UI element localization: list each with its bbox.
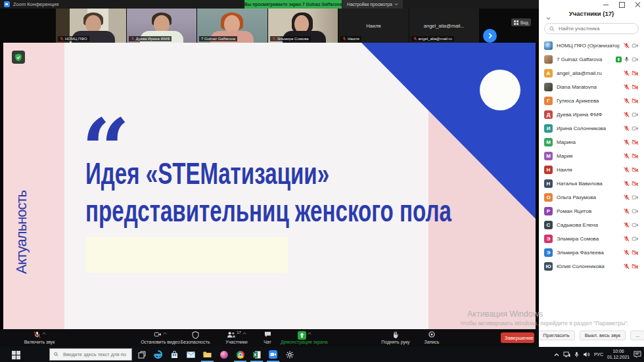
mail-icon [187,351,195,358]
video-tile[interactable]: angel_alia@mail...angel_alia@mail.ru [409,9,480,43]
taskbar-search[interactable] [49,348,132,361]
participant-name: Эльмира Фазлеева [557,250,620,256]
task-view-icon [138,351,146,359]
mute-all-button[interactable]: Выкл. весь звук [580,330,626,340]
language-indicator[interactable]: РУС [594,352,603,357]
zoom-toolbar: Завершение Включить звукОстановить видео… [0,329,539,347]
participant-row[interactable]: ГГулюса Арикеева [539,94,644,108]
participant-row[interactable]: ННаталья Вавилова [539,177,644,191]
video-tile[interactable]: НаиляНаиля [338,9,409,43]
participant-name: НОМЦ ПФО (Организатор, я) [557,43,620,49]
mic-muted-icon [624,263,630,269]
camera-off-icon [632,84,639,90]
participant-row[interactable]: ООльга Разумова [539,191,644,204]
view-settings-button[interactable]: Настройки просмотра [342,0,403,9]
minimize-icon[interactable] [603,2,609,7]
participant-search[interactable] [544,23,639,34]
participant-status-icons [624,84,639,90]
participant-name: Марина [557,139,620,145]
person-face [154,15,170,33]
slide-title-line2: представительниц женского пола [85,192,451,230]
taskbar-search-input[interactable] [62,351,127,358]
hardware-icon[interactable] [563,351,570,357]
video-tile[interactable]: Дуева Ирина ФМФ [127,9,197,43]
mic-muted-icon [624,167,630,173]
camera-icon [632,208,639,214]
taskbar-app-task-view[interactable] [133,347,150,362]
participants-title: Участники (17) [539,10,644,17]
participant-row[interactable]: ЭЭльмира Сомова [539,232,644,246]
camera-off-icon [632,139,639,145]
participant-row[interactable]: РРоман Яцитов [539,204,644,218]
tile-name-label: НОМЦ ПФО [58,36,89,41]
video-tile[interactable]: Эльмира Сомова [268,9,338,43]
participant-status-icons [624,153,639,159]
taskbar-app-settings[interactable] [281,347,298,362]
end-meeting-button[interactable]: Завершение [501,332,534,343]
shared-screen-stage: Актуальность “ Идея «STEMатизации» предс… [0,43,539,329]
camera-off-icon [632,98,639,104]
participant-status-icons [624,208,639,214]
taskbar-app-store[interactable] [166,347,183,362]
toolbar-unmute-button[interactable]: Включить звук [7,331,72,344]
taskbar-app-excel[interactable] [248,347,265,362]
participant-row[interactable]: ССадыкова Елена [539,218,644,232]
participant-row[interactable]: НОМЦ ПФО (Организатор, я) [539,39,644,53]
start-button[interactable] [12,350,21,359]
taskbar-app-mail[interactable] [183,347,199,362]
tile-name-label: Наиля [340,36,361,41]
taskbar-app-zoom[interactable] [265,347,281,362]
tray-chevron-icon[interactable] [554,353,559,357]
participant-row[interactable]: ДДуева Ирина ФМФ [539,108,644,122]
toolbar-icon-row: 17 [227,331,246,339]
taskbar-app-chrome[interactable] [232,347,248,362]
participant-row[interactable]: Aangel_alia@mail.ru [539,66,644,80]
participant-row[interactable]: ЮЮлия Солонникова [539,260,644,273]
maximize-icon[interactable] [619,2,625,7]
camera-icon [632,236,639,242]
tray-mic-icon[interactable] [574,351,579,358]
tile-name-text: Наиля [348,37,359,41]
chrome-icon [237,351,244,359]
chevron-up-icon[interactable] [163,332,167,335]
invite-button[interactable]: Пригласить [538,330,575,340]
participant-status-icons [624,139,639,145]
toolbar-share-button[interactable]: Демонстрация экрана [265,331,344,344]
next-page-button[interactable] [483,29,497,43]
clock-date: 01.12.2021 [607,355,630,360]
chevron-up-icon[interactable] [42,332,46,335]
taskbar-app-photos[interactable] [216,347,232,362]
view-button-label: Вид [520,20,528,25]
participant-row[interactable]: ММария [539,149,644,163]
participant-row[interactable]: Diana Maratovna [539,80,644,94]
taskbar-clock[interactable]: 10:06 01.12.2021 [607,349,630,360]
participant-search-input[interactable] [557,25,630,32]
view-layout-button[interactable]: Вид [511,18,531,26]
toolbar-record-button[interactable]: Запись [412,331,451,344]
chevron-right-icon [488,33,493,39]
volume-icon[interactable] [583,351,590,357]
chevron-up-icon[interactable] [242,332,246,335]
participant-row[interactable]: ИИрина Солонникова [539,122,644,135]
toolbar-label: Демонстрация экрана [281,340,328,344]
chevron-up-icon[interactable] [308,332,311,335]
taskbar-apps [133,347,298,362]
slide-title: Идея «STEMатизации» представительниц жен… [85,155,451,230]
more-options-button[interactable]: ... [630,330,644,340]
participant-name: Гулюса Арикеева [557,98,620,104]
toolbar-icon-row [392,331,399,339]
participant-row[interactable]: 7 Gulnaz Gaffarova [539,53,644,66]
video-tile[interactable]: 7 Gulnaz Gaffarova [197,9,267,43]
participant-row[interactable]: ННаиля [539,163,644,177]
taskbar-app-explorer[interactable] [199,347,216,362]
participant-row[interactable]: ММарина [539,135,644,149]
close-icon[interactable] [635,2,641,7]
video-tile[interactable]: НОМЦ ПФО [56,9,126,43]
grid-icon [514,20,518,25]
windows-logo-icon [12,351,20,359]
window-titlebar: Zoom Конференция Вы просматриваете экран… [0,0,539,9]
notifications-icon[interactable] [633,351,641,358]
participant-row[interactable]: ЭЭльмира Фазлеева [539,246,644,260]
mic-muted-icon [60,37,64,41]
taskbar-app-edge[interactable] [150,347,166,362]
